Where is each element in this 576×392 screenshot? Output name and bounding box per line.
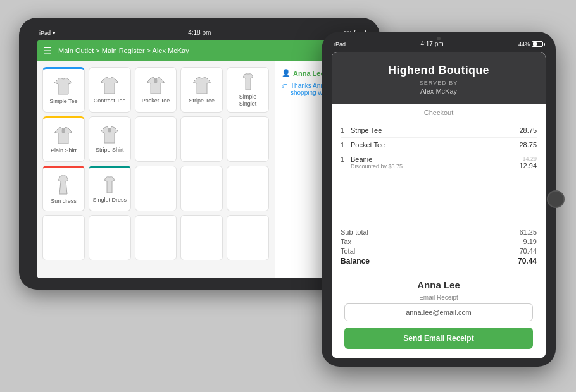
product-cell[interactable]: [180, 215, 223, 260]
balance-value: 70.44: [518, 257, 537, 266]
front-ipad-label: iPad: [334, 41, 346, 47]
line-qty: 1: [341, 126, 351, 134]
product-cell[interactable]: Singlet Dress: [89, 166, 131, 211]
product-cell[interactable]: [180, 166, 223, 211]
back-content: Simple Tee Contrast Tee Pocket Tee Strip…: [37, 61, 368, 278]
receipt-header: Highend Boutique SERVED BY Alex McKay: [332, 52, 546, 104]
front-camera: [437, 37, 441, 40]
breadcrumb: Main Outlet > Main Register > Alex McKay: [58, 47, 339, 54]
back-status-bar: iPad ▾ 4:18 pm 8%: [37, 29, 368, 36]
product-name-label: Contrast Tee: [94, 97, 126, 104]
product-image: [239, 73, 257, 94]
balance-label: Balance: [341, 257, 370, 266]
line-qty: 1: [341, 141, 351, 149]
store-name: Highend Boutique: [342, 64, 535, 77]
product-cell[interactable]: [227, 166, 269, 211]
product-cell[interactable]: Stripe Tee: [180, 67, 223, 113]
home-button[interactable]: [547, 190, 565, 208]
product-image: [146, 77, 166, 97]
product-cell[interactable]: [42, 215, 85, 260]
product-cell[interactable]: Pocket Tee: [135, 67, 177, 113]
product-name-label: Plain Shirt: [51, 147, 77, 154]
receipt-body: Checkout 1 Stripe Tee 28.75 1 Pocket Tee…: [332, 104, 546, 358]
total-value: 70.44: [519, 247, 537, 255]
line-sub: Discounted by $3.75: [351, 163, 519, 169]
email-receipt-label: Email Receipt: [344, 294, 533, 301]
subtotal-label: Sub-total: [341, 228, 368, 236]
product-cell[interactable]: Sun dress: [42, 166, 85, 211]
product-cell[interactable]: [180, 116, 223, 162]
product-image: [101, 176, 118, 197]
product-cell[interactable]: [227, 215, 269, 260]
product-image: [99, 126, 120, 147]
subtotal-value: 61.25: [519, 228, 537, 236]
product-name-label: Singlet Dress: [92, 197, 127, 204]
product-name-label: Stripe Tee: [189, 97, 215, 104]
top-bar: ☰ Main Outlet > Main Register > Alex McK…: [37, 40, 368, 61]
line-item: 1 Stripe Tee 28.75: [341, 123, 537, 138]
served-label: SERVED BY: [342, 80, 535, 86]
product-cell[interactable]: [135, 166, 177, 211]
product-cell[interactable]: [89, 215, 131, 260]
line-qty: 1: [341, 156, 351, 163]
receipt-area: Highend Boutique SERVED BY Alex McKay Ch…: [332, 52, 546, 358]
product-image: [54, 175, 72, 198]
front-battery-area: 44%: [518, 41, 543, 47]
back-ipad-label: iPad ▾: [39, 30, 56, 36]
ipad-front: iPad 4:17 pm 44% Highend Boutique SERVED…: [322, 32, 556, 367]
front-time: 4:17 pm: [420, 40, 443, 47]
line-price: 14.29 12.94: [519, 156, 537, 169]
served-by: Alex McKay: [342, 87, 535, 95]
send-email-button[interactable]: Send Email Receipt: [344, 328, 533, 349]
product-image: [99, 77, 120, 97]
strikethrough-price: 14.29: [519, 156, 537, 162]
product-image: [53, 78, 73, 98]
total-label: Total: [341, 247, 355, 255]
receipt-icon: 🏷: [282, 82, 288, 89]
product-cell[interactable]: [135, 215, 177, 260]
totals-section: Sub-total 61.25 Tax 9.19 Total 70.44 Bal…: [332, 223, 546, 273]
line-name: Beanie Discounted by $3.75: [351, 156, 519, 169]
line-item: 1 Pocket Tee 28.75: [341, 138, 537, 152]
tax-row: Tax 9.19: [341, 238, 537, 245]
menu-icon[interactable]: ☰: [43, 45, 52, 57]
product-cell[interactable]: Stripe Shirt: [89, 116, 131, 162]
receipt-customer-name: Anna Lee: [344, 279, 533, 290]
total-row: Total 70.44: [341, 247, 537, 255]
front-status-bar: iPad 4:17 pm 44%: [332, 40, 546, 47]
line-name: Stripe Tee: [351, 126, 519, 134]
person-icon: 👤: [282, 69, 291, 77]
line-price: 28.75: [519, 141, 537, 149]
product-name-label: Pocket Tee: [142, 97, 170, 104]
product-cell[interactable]: Plain Shirt: [42, 116, 85, 162]
line-price: 28.75: [519, 126, 537, 134]
product-name-label: Simple Tee: [49, 98, 77, 105]
product-cell[interactable]: [135, 116, 177, 162]
product-name-label: Stripe Shirt: [96, 147, 124, 154]
product-cell[interactable]: Simple Tee: [42, 67, 85, 113]
product-cell[interactable]: Simple Singlet: [227, 67, 269, 113]
product-image: [53, 127, 73, 147]
front-battery-icon: [532, 41, 543, 47]
product-name-label: Sun dress: [51, 198, 77, 205]
subtotal-row: Sub-total 61.25: [341, 228, 537, 236]
checkout-title: Checkout: [332, 104, 546, 119]
product-cell[interactable]: Contrast Tee: [89, 67, 131, 113]
line-items: 1 Stripe Tee 28.75 1 Pocket Tee 28.75 1: [332, 119, 546, 223]
back-time: 4:18 pm: [188, 29, 211, 36]
receipt-form: Anna Lee Email Receipt Send Email Receip…: [332, 273, 546, 358]
balance-row: Balance 70.44: [341, 257, 537, 266]
product-grid: Simple Tee Contrast Tee Pocket Tee Strip…: [37, 61, 275, 278]
tax-value: 9.19: [523, 238, 537, 245]
product-cell[interactable]: [227, 116, 269, 162]
tax-label: Tax: [341, 238, 351, 245]
line-item: 1 Beanie Discounted by $3.75 14.29 12.94: [341, 152, 537, 173]
product-image: [192, 77, 212, 97]
line-name: Pocket Tee: [351, 141, 519, 149]
product-name-label: Simple Singlet: [230, 94, 266, 107]
email-input[interactable]: [344, 303, 533, 321]
